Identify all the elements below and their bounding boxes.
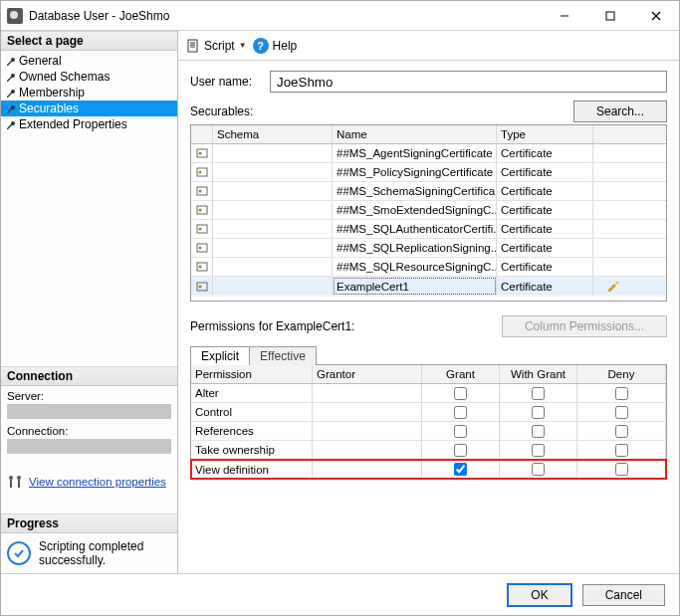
page-item-securables[interactable]: Securables: [1, 101, 177, 116]
securable-row[interactable]: ##MS_SchemaSigningCertifica...Certificat…: [191, 182, 666, 201]
cell-name: ##MS_SchemaSigningCertifica...: [333, 182, 497, 200]
search-button[interactable]: Search...: [573, 101, 667, 122]
cell-grantor: [313, 384, 422, 402]
cell-schema: [213, 239, 333, 257]
permissions-header-row: Permission Grantor Grant With Grant Deny: [191, 365, 666, 384]
col-type[interactable]: Type: [497, 125, 593, 143]
cell-schema: [213, 144, 333, 162]
user-name-field[interactable]: [270, 71, 667, 93]
with-grant-checkbox[interactable]: [532, 406, 545, 419]
with-grant-checkbox[interactable]: [532, 444, 545, 457]
minimize-button[interactable]: [542, 1, 587, 31]
securable-row[interactable]: ##MS_SQLAuthenticatorCertifi...Certifica…: [191, 220, 666, 239]
cell-edit[interactable]: [593, 144, 633, 162]
with-grant-checkbox[interactable]: [532, 463, 545, 476]
permission-row[interactable]: References: [191, 422, 666, 441]
page-item-owned-schemas[interactable]: Owned Schemas: [1, 69, 177, 85]
connection-label: Connection:: [7, 425, 171, 437]
permission-row[interactable]: Take ownership: [191, 441, 666, 460]
securable-row[interactable]: ##MS_SQLReplicationSigning...Certificate: [191, 239, 666, 258]
permission-row[interactable]: Control: [191, 403, 666, 422]
wrench-icon: [5, 119, 17, 131]
help-icon: ?: [253, 38, 269, 54]
svg-rect-1: [606, 12, 614, 20]
col-deny[interactable]: Deny: [577, 365, 666, 383]
cancel-button[interactable]: Cancel: [582, 584, 665, 606]
securable-row[interactable]: ##MS_PolicySigningCertificateCertificate: [191, 163, 666, 182]
titlebar: Database User - JoeShmo: [1, 1, 679, 31]
connection-header: Connection: [1, 366, 177, 386]
certificate-icon: [191, 182, 213, 200]
tab-explicit[interactable]: Explicit: [190, 346, 250, 365]
deny-checkbox[interactable]: [615, 444, 628, 457]
col-schema[interactable]: Schema: [213, 125, 333, 143]
cell-permission: Control: [191, 403, 313, 421]
svg-point-15: [198, 171, 201, 174]
securables-grid[interactable]: Schema Name Type ##MS_AgentSigningCertif…: [190, 124, 667, 302]
view-connection-properties-link[interactable]: View connection properties: [29, 476, 166, 488]
database-user-icon: [7, 8, 23, 24]
maximize-button[interactable]: [587, 1, 633, 31]
svg-point-25: [198, 266, 201, 269]
tab-effective[interactable]: Effective: [249, 346, 317, 365]
permission-row[interactable]: View definition: [191, 460, 666, 479]
ok-button[interactable]: OK: [507, 583, 571, 607]
cell-name: ##MS_SQLReplicationSigning...: [333, 239, 497, 257]
deny-checkbox[interactable]: [615, 406, 628, 419]
col-grant[interactable]: Grant: [422, 365, 500, 383]
securable-row[interactable]: ##MS_SQLResourceSigningC...Certificate: [191, 258, 666, 277]
cell-edit[interactable]: [593, 201, 633, 219]
user-name-label: User name:: [190, 75, 270, 89]
cell-edit[interactable]: [593, 277, 633, 296]
page-item-membership[interactable]: Membership: [1, 85, 177, 101]
cell-schema: [213, 201, 333, 219]
progress-block: Scripting completed successfully.: [1, 533, 177, 573]
cell-edit[interactable]: [593, 182, 633, 200]
securable-row[interactable]: ##MS_AgentSigningCertificateCertificate: [191, 144, 666, 163]
progress-header: Progress: [1, 513, 177, 533]
script-icon: [186, 39, 200, 53]
page-item-general[interactable]: General: [1, 53, 177, 69]
with-grant-checkbox[interactable]: [532, 425, 545, 438]
deny-checkbox[interactable]: [615, 387, 628, 400]
cell-edit[interactable]: [593, 163, 633, 181]
cell-edit[interactable]: [593, 258, 633, 276]
cell-name: ExampleCert1: [333, 277, 497, 296]
with-grant-checkbox[interactable]: [532, 387, 545, 400]
col-permission[interactable]: Permission: [191, 365, 313, 383]
progress-text: Scripting completed successfully.: [39, 539, 158, 567]
cell-edit[interactable]: [593, 220, 633, 238]
svg-point-21: [198, 228, 201, 231]
cell-schema: [213, 182, 333, 200]
grant-checkbox[interactable]: [454, 444, 467, 457]
cell-name: ##MS_AgentSigningCertificate: [333, 144, 497, 162]
permissions-grid[interactable]: Permission Grantor Grant With Grant Deny…: [190, 364, 667, 480]
help-label: Help: [273, 39, 298, 53]
deny-checkbox[interactable]: [615, 425, 628, 438]
certificate-icon: [191, 258, 213, 276]
securable-row[interactable]: ##MS_SmoExtendedSigningC...Certificate: [191, 201, 666, 220]
grant-checkbox[interactable]: [454, 463, 467, 476]
cell-schema: [213, 163, 333, 181]
cell-type: Certificate: [497, 277, 593, 296]
deny-checkbox[interactable]: [615, 463, 628, 476]
script-button[interactable]: Script ▼: [186, 39, 247, 53]
page-item-extended-properties[interactable]: Extended Properties: [1, 116, 177, 132]
securable-row[interactable]: ExampleCert1Certificate: [191, 277, 666, 296]
grant-checkbox[interactable]: [454, 425, 467, 438]
col-name[interactable]: Name: [333, 125, 497, 143]
close-button[interactable]: [633, 1, 679, 31]
col-grantor[interactable]: Grantor: [313, 365, 422, 383]
script-dropdown-icon[interactable]: ▼: [239, 41, 247, 50]
cell-grantor: [313, 441, 422, 459]
svg-point-27: [198, 285, 201, 288]
grant-checkbox[interactable]: [454, 406, 467, 419]
col-with-grant[interactable]: With Grant: [500, 365, 577, 383]
help-button[interactable]: ? Help: [253, 38, 298, 54]
cell-permission: Take ownership: [191, 441, 313, 459]
column-permissions-button: Column Permissions...: [502, 315, 667, 337]
permission-row[interactable]: Alter: [191, 384, 666, 403]
cell-edit[interactable]: [593, 239, 633, 257]
connection-properties-icon: [7, 474, 23, 490]
grant-checkbox[interactable]: [454, 387, 467, 400]
